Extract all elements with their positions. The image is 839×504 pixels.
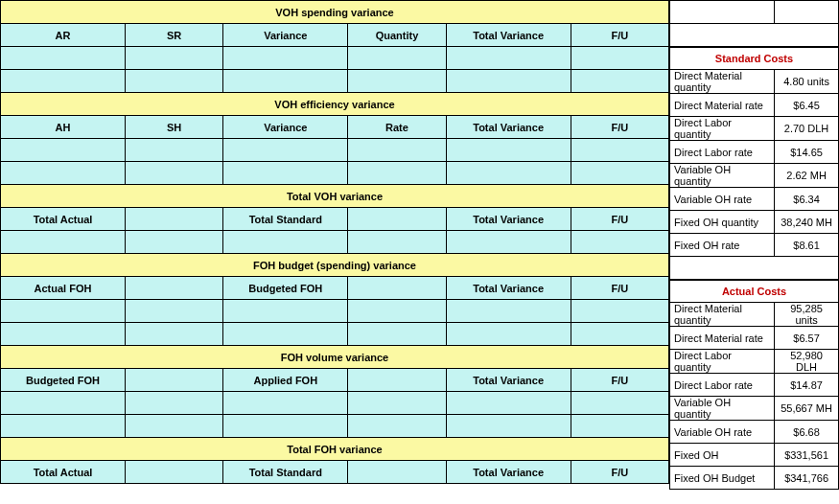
cell[interactable] <box>1 70 126 93</box>
act-row-label: Direct Labor rate <box>670 374 775 397</box>
col-header: AH <box>1 116 126 139</box>
cell[interactable] <box>126 392 223 415</box>
actual-costs-title: Actual Costs <box>670 280 839 303</box>
std-row-label: Fixed OH quantity <box>670 211 775 234</box>
cell[interactable] <box>571 323 668 346</box>
cell[interactable] <box>1 47 126 70</box>
cell[interactable] <box>571 139 668 162</box>
act-row-label: Fixed OH Budget <box>670 467 775 490</box>
cell[interactable] <box>571 415 668 438</box>
col-header: SH <box>126 116 223 139</box>
act-row-value: $14.87 <box>775 374 839 397</box>
col-header: F/U <box>571 116 668 139</box>
cell[interactable] <box>1 231 126 254</box>
cell[interactable] <box>223 70 348 93</box>
col-header: F/U <box>571 208 668 231</box>
cell[interactable] <box>446 323 571 346</box>
cell[interactable] <box>571 231 668 254</box>
col-header: Budgeted FOH <box>223 277 348 300</box>
cell[interactable] <box>223 415 348 438</box>
cell[interactable] <box>348 70 446 93</box>
col-header <box>348 369 446 392</box>
cell[interactable] <box>571 300 668 323</box>
cell[interactable] <box>571 47 668 70</box>
cell[interactable] <box>571 162 668 185</box>
section-title-voh-spending: VOH spending variance <box>1 1 669 24</box>
cell[interactable] <box>126 47 223 70</box>
col-header: F/U <box>571 369 668 392</box>
cell[interactable] <box>348 415 446 438</box>
cell[interactable] <box>223 392 348 415</box>
cell[interactable] <box>446 300 571 323</box>
cell[interactable] <box>446 70 571 93</box>
std-row-label: Fixed OH rate <box>670 234 775 257</box>
cell[interactable] <box>126 415 223 438</box>
col-header: Total Standard <box>223 208 348 231</box>
cell[interactable] <box>223 323 348 346</box>
cell[interactable] <box>1 162 126 185</box>
cell[interactable] <box>348 47 446 70</box>
blank-cell <box>775 1 839 24</box>
col-header: Total Variance <box>446 461 571 484</box>
cell[interactable] <box>1 139 126 162</box>
act-row-value: $341,766 <box>775 467 839 490</box>
cell[interactable] <box>126 162 223 185</box>
act-row-value: $6.68 <box>775 421 839 444</box>
std-row-value: $6.45 <box>775 94 839 117</box>
act-row-value: 55,667 MH <box>775 397 839 421</box>
blank-cell <box>670 24 839 47</box>
cell[interactable] <box>223 139 348 162</box>
col-header: Total Variance <box>446 208 571 231</box>
cell[interactable] <box>348 162 446 185</box>
cell[interactable] <box>126 300 223 323</box>
cell[interactable] <box>446 231 571 254</box>
variance-worksheet: VOH spending variance AR SR Variance Qua… <box>0 0 669 490</box>
cell[interactable] <box>348 139 446 162</box>
act-row-label: Fixed OH <box>670 444 775 467</box>
std-row-label: Direct Labor rate <box>670 141 775 164</box>
act-row-label: Direct Material quantity <box>670 303 775 327</box>
cell[interactable] <box>223 231 348 254</box>
blank-cell <box>670 257 839 280</box>
std-row-value: 38,240 MH <box>775 211 839 234</box>
cell[interactable] <box>571 392 668 415</box>
col-header: Total Actual <box>1 461 126 484</box>
col-header: F/U <box>571 461 668 484</box>
cell[interactable] <box>1 392 126 415</box>
cell[interactable] <box>223 300 348 323</box>
cell[interactable] <box>1 323 126 346</box>
col-header: Applied FOH <box>223 369 348 392</box>
std-row-value: 2.62 MH <box>775 164 839 188</box>
cell[interactable] <box>223 162 348 185</box>
std-row-label: Direct Material rate <box>670 94 775 117</box>
col-header: Quantity <box>348 24 446 47</box>
cell[interactable] <box>446 139 571 162</box>
col-header <box>126 461 223 484</box>
cell[interactable] <box>1 415 126 438</box>
cell[interactable] <box>126 231 223 254</box>
cell[interactable] <box>446 392 571 415</box>
cell[interactable] <box>223 47 348 70</box>
col-header: Variance <box>223 24 348 47</box>
cell[interactable] <box>348 392 446 415</box>
cell[interactable] <box>348 231 446 254</box>
cell[interactable] <box>348 300 446 323</box>
col-header: Total Variance <box>446 116 571 139</box>
std-row-value: $8.61 <box>775 234 839 257</box>
cell[interactable] <box>446 162 571 185</box>
standard-costs-title: Standard Costs <box>670 47 839 70</box>
cell[interactable] <box>126 323 223 346</box>
cell[interactable] <box>1 300 126 323</box>
cell[interactable] <box>126 139 223 162</box>
cell[interactable] <box>571 70 668 93</box>
col-header: F/U <box>571 277 668 300</box>
cell[interactable] <box>446 415 571 438</box>
cell[interactable] <box>446 47 571 70</box>
cell[interactable] <box>348 323 446 346</box>
col-header: Total Variance <box>446 24 571 47</box>
col-header: Budgeted FOH <box>1 369 126 392</box>
col-header: Variance <box>223 116 348 139</box>
cell[interactable] <box>126 70 223 93</box>
act-row-value: 52,980 DLH <box>775 350 839 374</box>
act-row-label: Direct Material rate <box>670 327 775 350</box>
